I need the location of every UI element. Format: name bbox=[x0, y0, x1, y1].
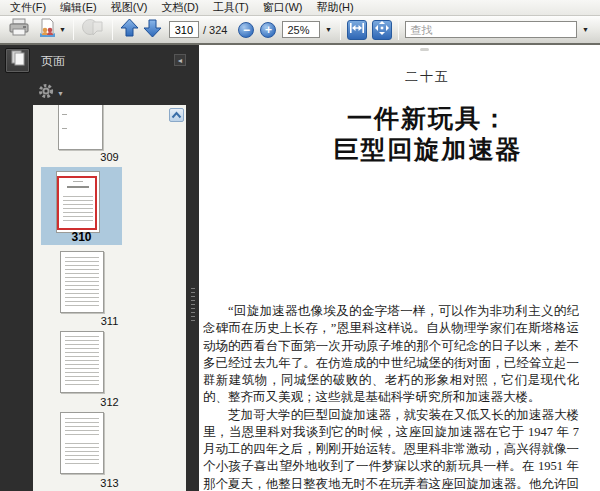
fit-page-icon bbox=[374, 20, 390, 40]
next-page-button[interactable] bbox=[142, 18, 163, 42]
fit-page-button[interactable] bbox=[372, 20, 392, 40]
thumbnail-page-312[interactable] bbox=[60, 331, 104, 393]
panel-options-button[interactable]: ▼ bbox=[38, 84, 64, 102]
text-line: 念碑而在历史上长存，”恩里科这样说。自从物理学家们在斯塔格运 bbox=[203, 320, 579, 337]
search-input[interactable] bbox=[405, 21, 577, 38]
chapter-title-line1: 一件新玩具： bbox=[203, 103, 600, 134]
main-area: 页面 ◄ ▼ 309 bbox=[0, 45, 600, 491]
chevron-down-icon: ▼ bbox=[325, 26, 332, 33]
collaborate-icon bbox=[37, 18, 57, 42]
text-line: 的、整齐而又美观；这些就是基础科学研究所和加速器大楼。 bbox=[203, 389, 579, 406]
menu-file[interactable]: 文件(F) bbox=[3, 0, 53, 17]
thumbnail-label-selected: 310 bbox=[41, 230, 122, 244]
thumbnail-label: 313 bbox=[33, 477, 186, 489]
thumbnail-label: 309 bbox=[33, 151, 186, 163]
visible-area-indicator bbox=[57, 176, 97, 230]
chevron-up-icon bbox=[170, 106, 183, 124]
menu-bar: 文件(F) 编辑(E) 视图(V) 文档(D) 工具(T) 窗口(W) 帮助(H… bbox=[0, 0, 600, 16]
page-number-input[interactable] bbox=[169, 21, 199, 38]
zoom-in-button[interactable]: + bbox=[260, 22, 276, 38]
menu-tools[interactable]: 工具(T) bbox=[206, 0, 256, 17]
arrow-up-icon bbox=[120, 18, 139, 42]
chevron-down-icon: ▼ bbox=[59, 26, 66, 33]
text-line: 芝加哥大学的巨型回旋加速器，就安装在又低又长的加速器大楼 bbox=[203, 407, 579, 424]
collaborate-button[interactable]: ▼ bbox=[36, 18, 67, 42]
printer-icon bbox=[8, 18, 30, 41]
zoom-level-dropdown[interactable]: ▼ bbox=[320, 18, 334, 42]
toolbar-separator bbox=[112, 19, 113, 40]
menu-document[interactable]: 文档(D) bbox=[154, 0, 205, 17]
fit-width-icon bbox=[349, 20, 365, 40]
thumbnail-page-309[interactable] bbox=[58, 105, 103, 150]
thumbnail-page-311[interactable] bbox=[60, 251, 104, 313]
menu-edit[interactable]: 编辑(E) bbox=[53, 0, 104, 17]
arrow-down-icon bbox=[143, 18, 162, 42]
body-text: “回旋加速器也像埃及的金字塔一样，可以作为非功利主义的纪 念碑而在历史上长存，”… bbox=[203, 303, 579, 491]
text-line: 动场的西看台下面第一次开动原子堆的那个可纪念的日子以来，差不 bbox=[203, 338, 579, 355]
text-line: 个小孩子喜出望外地收到了一件梦寐以求的新玩具一样。在 1951 年 bbox=[203, 458, 579, 475]
thumbnail-label: 311 bbox=[33, 315, 186, 327]
panel-title: 页面 bbox=[41, 53, 65, 70]
search-dropdown[interactable]: ▼ bbox=[577, 18, 591, 42]
navigation-sidebar: 页面 ◄ ▼ 309 bbox=[0, 45, 199, 491]
menu-window[interactable]: 窗口(W) bbox=[256, 0, 310, 17]
previous-page-button[interactable] bbox=[119, 18, 140, 42]
text-line: “回旋加速器也像埃及的金字塔一样，可以作为非功利主义的纪 bbox=[203, 303, 579, 320]
pages-panel-button[interactable] bbox=[5, 48, 30, 73]
text-line: 月动工的四年之后，刚刚开始运转。恩里科非常激动，高兴得就像一 bbox=[203, 441, 579, 458]
chevron-down-icon: ▼ bbox=[57, 90, 64, 97]
text-line: 里，当恩里科对我谈到它的时候，这座回旋加速器在它于 1947 年 7 bbox=[203, 424, 579, 441]
thumbnail-label: 312 bbox=[33, 396, 186, 408]
chapter-number: 二十五 bbox=[405, 68, 450, 86]
email-review-button-disabled bbox=[80, 18, 106, 42]
toolbar: ▼ bbox=[0, 16, 600, 45]
chapter-title-line2: 巨型回旋加速器 bbox=[203, 134, 600, 165]
review-comment-icon bbox=[81, 18, 105, 41]
menu-help[interactable]: 帮助(H) bbox=[309, 0, 360, 17]
menu-view[interactable]: 视图(V) bbox=[104, 0, 155, 17]
text-line: 那个夏天，他整日整夜地无时不在玩弄着这座回旋加速器。他允许回 bbox=[203, 476, 579, 491]
toolbar-separator bbox=[73, 19, 74, 40]
chapter-title: 一件新玩具： 巨型回旋加速器 bbox=[203, 103, 600, 165]
zoom-level-select[interactable]: 25% bbox=[282, 21, 320, 38]
page-total-label: / 324 bbox=[203, 24, 227, 36]
collapse-panel-button[interactable]: ◄ bbox=[174, 54, 186, 66]
pages-icon bbox=[10, 50, 26, 71]
scan-artifact bbox=[420, 48, 429, 51]
document-page[interactable]: 二十五 一件新玩具： 巨型回旋加速器 “回旋加速器也像埃及的金字塔一样，可以作为… bbox=[199, 45, 600, 491]
zoom-out-button[interactable]: − bbox=[238, 22, 254, 38]
print-button[interactable] bbox=[7, 18, 31, 42]
fit-width-button[interactable] bbox=[347, 20, 367, 40]
zoom-level-value: 25% bbox=[287, 24, 309, 36]
thumbnail-selected-310[interactable]: 310 bbox=[41, 167, 122, 245]
thumbnails-panel: 309 310 311 312 bbox=[33, 105, 186, 491]
thumbnail-page-313[interactable] bbox=[60, 412, 104, 474]
gear-icon bbox=[38, 83, 54, 103]
toolbar-separator bbox=[340, 19, 341, 40]
panel-splitter-handle[interactable] bbox=[191, 288, 195, 324]
text-line: 多已经过去九年了。在仿造成的中世纪城堡的街对面，已经耸立起一 bbox=[203, 355, 579, 372]
text-line: 群新建筑物，同城堡的破败的、老朽的形象相对照，它们是现代化 bbox=[203, 372, 579, 389]
thumbnails-scroll-up-button[interactable] bbox=[169, 108, 184, 122]
chevron-down-icon: ▼ bbox=[582, 26, 589, 33]
toolbar-separator bbox=[398, 19, 399, 40]
